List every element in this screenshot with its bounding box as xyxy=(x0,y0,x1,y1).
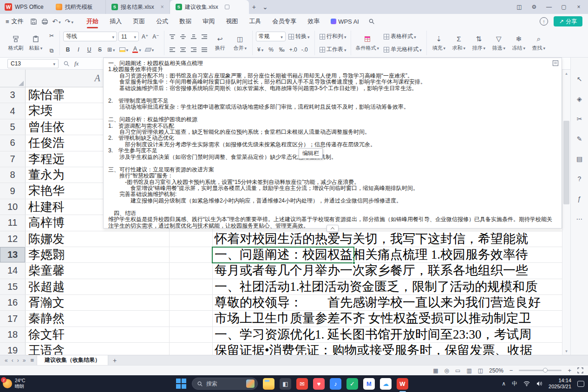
align-left-icon[interactable] xyxy=(168,45,177,54)
taskbar-clock[interactable]: 14:14 2025/3/21 xyxy=(549,378,571,390)
page-layout-icon[interactable]: ▥ xyxy=(466,367,471,374)
sort-button[interactable]: ⇅ 排序 xyxy=(470,31,488,55)
row-header[interactable]: 4 xyxy=(0,103,26,118)
row-header[interactable]: 7 xyxy=(0,151,26,167)
会员专享[interactable]: 会员专享 xyxy=(272,14,296,29)
tab-doc-suggestions-active[interactable]: S 建议收集.xlsx xyxy=(170,0,249,14)
row-header[interactable]: 11 xyxy=(0,215,26,230)
new-tab-button[interactable]: + xyxy=(249,3,259,11)
function-icon[interactable]: ƒ xyxy=(574,193,585,204)
cell-column-c[interactable]: 一、学习资源优化1. 延长图书馆开放时间至23:30，考试周 xyxy=(213,327,562,342)
cell-column-c[interactable]: 尊敬的校领导： 首先感谢学校一直以来为我们营造良好 xyxy=(213,295,562,310)
cell-style-button[interactable]: 单元格样式 xyxy=(382,45,423,54)
decrease-font-icon[interactable]: A⁻ xyxy=(151,32,160,41)
select-all-corner[interactable] xyxy=(0,70,26,87)
fill-color-button[interactable] xyxy=(118,45,130,54)
cell-column-a[interactable]: 胥瀚文 xyxy=(26,295,170,310)
fullscreen-icon[interactable] xyxy=(577,367,583,373)
rows-cols-button[interactable]: 行和列 xyxy=(318,32,348,41)
row-header[interactable]: 3 xyxy=(0,87,26,103)
currency-button[interactable]: ¥ xyxy=(256,45,265,54)
scroll-down-icon[interactable] xyxy=(562,347,570,355)
network-icon[interactable] xyxy=(523,381,530,386)
cell-column-c[interactable]: 一、问题阐述：校园权益相关痛点梳理 1.校园服务效率待 xyxy=(213,247,562,262)
paste-button[interactable]: 粘贴 xyxy=(27,31,45,55)
first-sheet-icon[interactable]: « xyxy=(3,357,10,364)
align-bottom-icon[interactable] xyxy=(189,32,198,41)
cell-column-a[interactable]: 张超越 xyxy=(26,279,170,294)
last-sheet-icon[interactable]: » xyxy=(21,357,28,364)
cell-column-b[interactable] xyxy=(170,327,213,342)
cell-column-c[interactable]: 市场上卫生巾质量参差不齐 女性权益受损可以推动制定卫 xyxy=(213,311,562,326)
row-header[interactable]: 5 xyxy=(0,119,26,135)
convert-button[interactable]: 转换 xyxy=(287,32,311,41)
underline-button[interactable]: U xyxy=(85,45,94,54)
normal-view-icon[interactable]: ▭ xyxy=(455,367,460,374)
cell-column-a[interactable]: 柴童馨 xyxy=(26,263,170,278)
cell-column-a[interactable]: 徐文轩 xyxy=(26,327,170,342)
cell-column-b[interactable] xyxy=(170,343,213,355)
justify-icon[interactable] xyxy=(200,45,209,54)
app-blue-icon[interactable]: ♪ xyxy=(330,378,341,390)
插入[interactable]: 插入 xyxy=(110,14,122,29)
tray-expand-icon[interactable]: ∧ xyxy=(502,380,506,387)
redo-icon[interactable]: ↷ xyxy=(65,18,73,25)
效率[interactable]: 效率 xyxy=(307,14,320,29)
cell-column-c[interactable]: 保留证据•消费凭证：购物或接受服务时，保留发票、收据 xyxy=(213,343,562,355)
公式[interactable]: 公式 xyxy=(156,14,168,29)
视图[interactable]: 视图 xyxy=(226,14,238,29)
sheet-tab-active[interactable]: 建议收集（收集结果） xyxy=(37,355,108,366)
settings-gear-icon[interactable]: ⚙ xyxy=(528,1,541,13)
number-format-select[interactable]: 常规 xyxy=(256,32,286,41)
undo-icon[interactable]: ↶ xyxy=(52,18,61,25)
share-button[interactable]: ↗ 分享 xyxy=(554,16,582,26)
app-cloud-icon[interactable]: ☁ xyxy=(380,378,392,390)
row-header[interactable]: 17 xyxy=(0,311,26,326)
font-name-select[interactable]: 等线 xyxy=(63,32,117,41)
cell-column-c[interactable]: 一、社团活动1.社团活动资金匮乏，限制了活动的规模和质 xyxy=(213,279,562,294)
row-header[interactable]: 14 xyxy=(0,263,26,278)
align-center-icon[interactable] xyxy=(178,45,188,54)
taskbar-search[interactable]: 搜索 xyxy=(192,378,258,390)
app-dark-icon[interactable]: ◧ xyxy=(280,378,291,390)
align-right-icon[interactable] xyxy=(189,45,198,54)
cell-column-b[interactable] xyxy=(170,263,213,278)
row-header[interactable]: 6 xyxy=(0,135,26,150)
upgrade-icon[interactable]: ↑ xyxy=(540,17,548,26)
save-icon[interactable] xyxy=(30,18,37,25)
clip-icon[interactable]: ✂ xyxy=(574,113,585,124)
freeze-button[interactable]: ❄ 冻结 xyxy=(510,31,528,55)
cell-column-c[interactable]: 每月或者每几个月举办一次家乡餐厅，联系各地组织一些 xyxy=(213,263,562,278)
formula-panel-toggle-icon[interactable] xyxy=(552,60,559,66)
ime-indicator[interactable]: 中 xyxy=(512,380,517,388)
notification-center-icon[interactable] xyxy=(577,381,584,387)
increase-font-icon[interactable]: A⁺ xyxy=(140,32,150,41)
worksheet-button[interactable]: 工作表 xyxy=(318,45,348,54)
prev-sheet-icon[interactable]: ‹ xyxy=(10,357,15,364)
审阅[interactable]: 审阅 xyxy=(203,14,215,29)
工具[interactable]: 工具 xyxy=(249,14,261,29)
tab-template-store[interactable]: 找稻壳模板 xyxy=(50,0,106,14)
cell-column-b[interactable] xyxy=(170,231,213,247)
wps-taskbar-icon[interactable]: W xyxy=(397,378,408,390)
more-icon[interactable]: ⋯ xyxy=(574,213,585,224)
panel-icon[interactable]: ▤ xyxy=(574,153,585,164)
next-sheet-icon[interactable]: › xyxy=(15,357,21,364)
sum-button[interactable]: Σ 求和 xyxy=(450,31,468,55)
merge-cells-button[interactable]: ◫ 合并 xyxy=(231,31,249,55)
zoom-level[interactable]: 250% xyxy=(489,367,503,374)
row-header[interactable]: 9 xyxy=(0,183,26,198)
edit-icon[interactable]: ✎ xyxy=(574,133,585,144)
align-top-icon[interactable] xyxy=(168,32,177,41)
copy-button[interactable]: ⧉ xyxy=(47,46,56,55)
cut-button[interactable]: ✂ xyxy=(47,31,56,40)
formula-bar-content[interactable]: 一、问题阐述：校园权益相关痛点梳理1.校园服务效率待提升 自习资源分配不均：图书… xyxy=(104,58,562,229)
row-header[interactable]: 18 xyxy=(0,327,26,342)
clear-format-button[interactable] xyxy=(144,45,156,54)
row-header[interactable]: 10 xyxy=(0,199,26,215)
cell-column-a[interactable]: 陈娜发 xyxy=(26,231,170,247)
row-header[interactable]: 19 xyxy=(0,343,26,355)
find-button[interactable]: ⌕ 查找 xyxy=(530,31,548,55)
row-header[interactable]: 12 xyxy=(0,231,26,247)
select-cursor-icon[interactable]: ↖ xyxy=(574,73,585,85)
